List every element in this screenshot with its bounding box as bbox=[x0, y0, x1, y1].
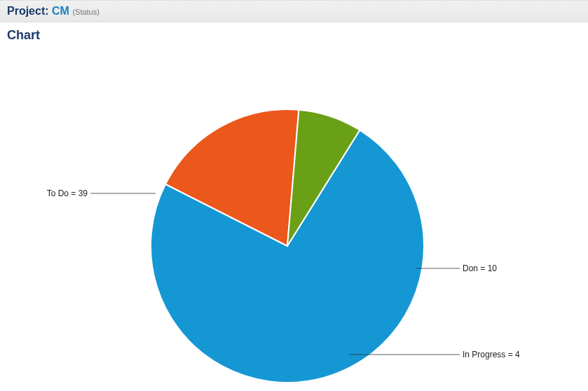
project-prefix: Project: bbox=[7, 5, 49, 17]
slice-label: To Do = 39 bbox=[47, 188, 88, 198]
chart-title: Chart bbox=[0, 22, 588, 43]
project-name: CM bbox=[52, 5, 69, 17]
slice-label: Don = 10 bbox=[463, 263, 497, 273]
pie-chart: To Do = 39Don = 10In Progress = 4 bbox=[0, 43, 588, 391]
slice-label: In Progress = 4 bbox=[463, 350, 520, 359]
project-header: Project: CM (Status) bbox=[0, 0, 588, 22]
project-subtext: (Status) bbox=[72, 8, 100, 16]
